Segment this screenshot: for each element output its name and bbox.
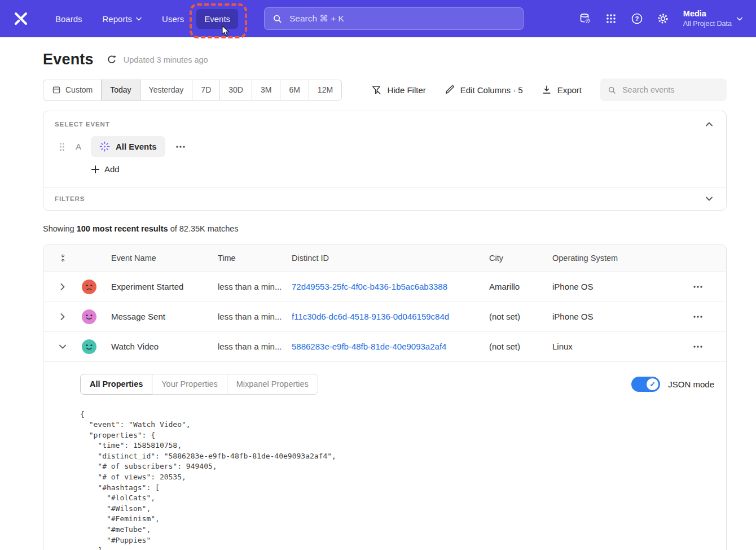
global-search-input[interactable] — [288, 13, 515, 24]
filter-funnel-icon — [371, 85, 381, 95]
toggle-check-icon: ✓ — [647, 378, 658, 390]
main-content: Events Updated 3 minutes ago Custom Toda… — [0, 37, 756, 550]
table-row[interactable]: Experiment Started less than a min... 72… — [43, 272, 726, 302]
updated-timestamp: Updated 3 minutes ago — [124, 55, 208, 64]
mixpanel-logo-icon — [14, 11, 28, 26]
date-button-3m[interactable]: 3M — [252, 80, 280, 101]
collapse-all-icon — [59, 253, 67, 263]
distinct-id-link[interactable]: f11c30d6-dc6d-4518-9136-0d046159c84d — [292, 312, 449, 321]
project-subtitle: All Project Data — [683, 19, 732, 29]
apps-grid-button[interactable] — [601, 8, 621, 29]
event-selector-label: All Events — [116, 142, 157, 151]
search-events-box[interactable] — [600, 78, 727, 101]
date-range-group: Custom Today Yesterday 7D 30D 3M 6M 12M — [43, 80, 342, 101]
project-selector[interactable]: Media All Project Data — [683, 8, 742, 29]
expand-row-button[interactable] — [58, 311, 67, 322]
filters-title: FILTERS — [55, 195, 85, 202]
event-json-view: { "event": "Watch Video", "properties": … — [80, 409, 714, 550]
distinct-id-link[interactable]: 5886283e-e9fb-48fb-81de-40e9093a2af4 — [292, 342, 446, 351]
events-table: Event Name Time Distinct ID City Operati… — [43, 245, 727, 550]
add-event-button[interactable]: Add — [91, 164, 120, 174]
select-event-section: SELECT EVENT A — [43, 111, 726, 187]
date-button-yesterday[interactable]: Yesterday — [140, 80, 193, 101]
download-icon — [542, 85, 552, 95]
collapse-all-rows-button[interactable] — [59, 253, 67, 263]
project-text: Media All Project Data — [683, 8, 732, 29]
search-events-input[interactable] — [621, 85, 719, 95]
settings-button[interactable] — [653, 8, 673, 29]
row-actions-button[interactable] — [690, 282, 706, 291]
cell-os: iPhone OS — [552, 282, 669, 291]
global-search[interactable] — [264, 7, 524, 30]
chevron-down-icon — [737, 17, 742, 21]
date-button-7d[interactable]: 7D — [192, 80, 220, 101]
select-event-title: SELECT EVENT — [55, 121, 110, 128]
avatar — [82, 280, 96, 294]
navbar-right: ? Media All Project Data — [575, 8, 742, 29]
nav-item-reports-label: Reports — [103, 14, 133, 24]
drag-handle-icon[interactable] — [59, 142, 65, 151]
primary-nav: Boards Reports Users Events — [47, 9, 238, 29]
cell-city: Amarillo — [489, 282, 552, 291]
table-header-row: Event Name Time Distinct ID City Operati… — [43, 245, 726, 272]
hide-filter-button[interactable]: Hide Filter — [371, 85, 425, 95]
pencil-icon — [445, 85, 455, 95]
chevron-down-icon — [706, 197, 713, 201]
filters-section[interactable]: FILTERS — [43, 187, 726, 210]
row-actions-button[interactable] — [690, 342, 706, 351]
edit-columns-button[interactable]: Edit Columns · 5 — [445, 85, 523, 95]
avatar — [82, 309, 96, 324]
help-button[interactable]: ? — [627, 8, 647, 29]
table-row[interactable]: Watch Video less than a min... 5886283e-… — [43, 332, 726, 362]
collapse-section-button[interactable] — [704, 120, 715, 129]
nav-item-users[interactable]: Users — [154, 9, 192, 29]
cell-time: less than a min... — [218, 312, 292, 321]
cell-os: iPhone OS — [552, 312, 669, 321]
nav-item-reports[interactable]: Reports — [95, 9, 150, 29]
column-header-city[interactable]: City — [489, 254, 552, 263]
date-button-today[interactable]: Today — [101, 80, 140, 101]
nav-item-boards[interactable]: Boards — [47, 9, 90, 29]
export-button[interactable]: Export — [542, 85, 582, 95]
chevron-up-icon — [706, 122, 713, 126]
json-mode-toggle[interactable]: ✓ — [631, 377, 660, 392]
expand-row-button[interactable] — [58, 281, 67, 293]
chevron-down-icon — [136, 17, 142, 21]
date-button-6m[interactable]: 6M — [280, 80, 309, 101]
column-header-distinct-id[interactable]: Distinct ID — [292, 254, 489, 263]
column-header-event-name[interactable]: Event Name — [111, 254, 218, 263]
refresh-button[interactable] — [107, 55, 117, 65]
date-button-custom[interactable]: Custom — [43, 80, 102, 101]
cell-event-name: Watch Video — [111, 342, 218, 351]
expand-filters-button[interactable] — [704, 194, 715, 203]
results-prefix: Showing — [43, 224, 77, 233]
event-detail-panel: All Properties Your Properties Mixpanel … — [43, 362, 726, 550]
data-management-button[interactable] — [575, 8, 595, 29]
date-button-12m[interactable]: 12M — [309, 80, 342, 101]
nav-item-events[interactable]: Events — [196, 9, 238, 29]
distinct-id-link[interactable]: 72d49553-25fc-4f0c-b436-1b5ac6ab3388 — [292, 282, 447, 291]
collapse-row-button[interactable] — [57, 342, 68, 351]
refresh-icon — [107, 55, 117, 65]
column-header-os[interactable]: Operating System — [552, 254, 669, 263]
page-title: Events — [43, 51, 94, 68]
plus-icon — [91, 165, 99, 173]
tab-all-properties[interactable]: All Properties — [80, 374, 152, 395]
more-icon — [693, 346, 702, 348]
results-suffix: of 82.35K matches — [168, 224, 239, 233]
mixpanel-logo[interactable] — [11, 9, 30, 28]
row-actions-button[interactable] — [690, 312, 706, 321]
toolbar: Custom Today Yesterday 7D 30D 3M 6M 12M … — [43, 78, 727, 101]
cell-city: (not set) — [489, 342, 552, 351]
table-row[interactable]: Message Sent less than a min... f11c30d6… — [43, 302, 726, 332]
cell-os: Linux — [552, 342, 669, 351]
more-icon — [693, 316, 702, 318]
column-header-time[interactable]: Time — [218, 254, 292, 263]
event-selector-chip[interactable]: All Events — [91, 136, 165, 157]
date-button-30d[interactable]: 30D — [219, 80, 252, 101]
page-header: Events Updated 3 minutes ago — [43, 51, 727, 68]
tab-your-properties[interactable]: Your Properties — [152, 374, 227, 395]
apps-grid-icon — [605, 13, 617, 24]
tab-mixpanel-properties[interactable]: Mixpanel Properties — [227, 374, 318, 395]
clause-more-button[interactable] — [173, 142, 188, 151]
